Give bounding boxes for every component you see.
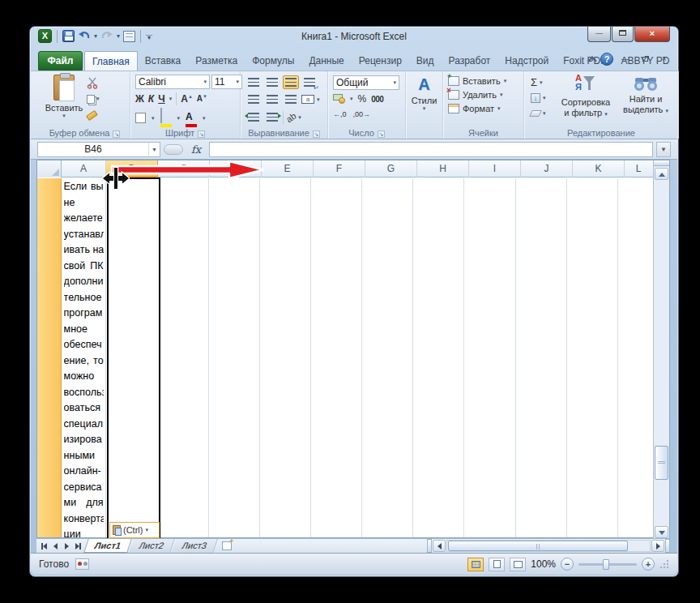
format-cells-button[interactable]: Формат▾ [448,104,506,113]
borders-icon[interactable] [135,113,146,123]
font-size-combo[interactable]: 11▾ [211,75,242,89]
find-select-button[interactable]: Найти ивыделить ▾ [617,75,675,116]
percent-style-button[interactable]: % [358,93,367,105]
workbook-minimize-button[interactable]: — [618,53,633,66]
window-resize-grip[interactable] [659,559,669,569]
grid-column[interactable] [311,178,362,537]
paste-button[interactable]: Вставить ▾ [45,75,83,128]
column-header[interactable]: K [573,160,625,177]
cell-styles-button[interactable]: А Стили ▾ [406,75,442,112]
align-bottom-button[interactable] [283,75,299,89]
vertical-scrollbar[interactable] [653,160,669,539]
name-box-dropdown[interactable]: ▼ [148,143,160,156]
tab-split-handle[interactable] [427,539,432,553]
align-top-button[interactable] [245,75,262,89]
zoom-out-button[interactable]: − [561,558,574,571]
scroll-left-button[interactable] [433,540,446,552]
font-color-dropdown[interactable]: ▾ [203,115,206,122]
fill-color-dropdown[interactable]: ▾ [177,115,181,122]
column-header[interactable]: H [417,160,469,177]
workbook-close-button[interactable]: × [657,53,672,66]
vertical-scroll-thumb[interactable] [655,446,668,480]
column-header[interactable]: F [314,160,365,177]
align-center-button[interactable] [264,92,280,106]
borders-dropdown[interactable]: ▾ [152,115,155,122]
zoom-in-button[interactable]: + [642,558,655,571]
align-right-button[interactable] [283,92,299,106]
grid-column[interactable] [362,178,413,537]
bold-button[interactable]: Ж [135,93,144,105]
decrease-decimal-button[interactable]: ,00→ [353,110,371,118]
dialog-launcher-icon[interactable]: ↘ [313,130,320,138]
grow-font-button[interactable]: А▲ [181,93,193,105]
font-color-button[interactable]: А [186,109,197,127]
minimize-ribbon-icon[interactable] [587,56,596,65]
column-header[interactable]: A [62,160,106,177]
grid-column[interactable] [567,178,618,537]
comma-style-button[interactable]: 000 [371,95,383,104]
split-handle[interactable] [665,539,670,553]
page-layout-view-button[interactable] [489,558,505,571]
scroll-right-button[interactable] [651,540,664,552]
accounting-dropdown[interactable]: ▾ [350,96,353,102]
column-header[interactable]: E [262,160,314,177]
dialog-launcher-icon[interactable]: ↘ [378,130,385,138]
paste-dropdown[interactable]: ▾ [45,113,83,119]
sort-filter-button[interactable]: А Я Сортировкаи фильтр ▾ [557,75,615,119]
grid-column[interactable] [413,178,464,537]
macro-record-icon[interactable] [75,558,89,570]
grid-column[interactable] [260,178,311,537]
underline-dropdown[interactable]: ▾ [169,96,173,102]
insert-cells-button[interactable]: Вставить▾ [448,76,506,86]
help-icon[interactable]: ? [600,53,613,66]
merge-dropdown[interactable]: ▾ [317,96,320,103]
split-handle[interactable] [654,160,669,166]
ribbon-tab[interactable]: Формулы [245,51,301,71]
column-header[interactable]: I [469,160,521,177]
insert-function-button[interactable]: fx [186,143,206,156]
close-button[interactable]: × [634,27,670,42]
ribbon-tab[interactable]: Вставка [138,51,189,71]
select-all-corner[interactable] [37,160,62,177]
merge-center-button[interactable]: a [301,95,314,104]
number-format-combo[interactable]: Общий▾ [333,75,399,90]
first-sheet-button[interactable] [39,541,49,552]
row-headers-selected[interactable] [37,178,62,537]
minimize-button[interactable]: — [587,27,611,42]
orientation-dropdown[interactable]: ▾ [298,114,301,121]
ribbon-tab[interactable]: Разметка [188,51,245,71]
clear-button[interactable]: ▾ [531,107,546,119]
shrink-font-button[interactable]: А▼ [197,94,207,103]
autosum-button[interactable]: Σ▾ [531,76,546,88]
format-painter-button[interactable] [87,109,100,122]
accounting-format-icon[interactable] [333,94,345,104]
column-header[interactable]: L [625,160,652,177]
decrease-indent-button[interactable] [245,110,262,124]
grid-column[interactable] [516,178,567,537]
horizontal-scrollbar[interactable] [446,540,651,552]
page-break-view-button[interactable] [510,558,526,571]
sheet-tab[interactable]: Лист3 [172,539,218,553]
ribbon-tab[interactable]: Рецензир [352,51,409,71]
next-sheet-button[interactable] [62,541,72,552]
dialog-launcher-icon[interactable]: ↘ [198,130,205,138]
ribbon-tab[interactable]: Данные [301,51,351,71]
column-header[interactable]: G [365,160,417,177]
align-middle-button[interactable] [264,75,280,89]
normal-view-button[interactable] [467,558,484,571]
copy-button[interactable]: ▾ [87,92,100,105]
delete-cells-button[interactable]: Удалить▾ [448,90,506,100]
previous-sheet-button[interactable] [50,541,61,552]
underline-button[interactable]: Ч [158,93,164,105]
file-tab[interactable]: Файл [38,51,83,71]
ribbon-tab[interactable]: Вид [409,51,442,71]
expand-formula-bar-icon[interactable]: ▼ [656,142,671,157]
name-box[interactable]: B46 ▼ [37,142,160,157]
formula-input[interactable] [209,142,653,157]
horizontal-scroll-thumb[interactable] [448,541,628,551]
increase-decimal-button[interactable]: ←,0 [333,110,347,118]
paste-options-button[interactable]: (Ctrl) ▾ [109,522,160,538]
zoom-level[interactable]: 100% [531,558,556,570]
grid-column[interactable] [464,178,515,537]
scroll-down-button[interactable] [655,526,668,538]
